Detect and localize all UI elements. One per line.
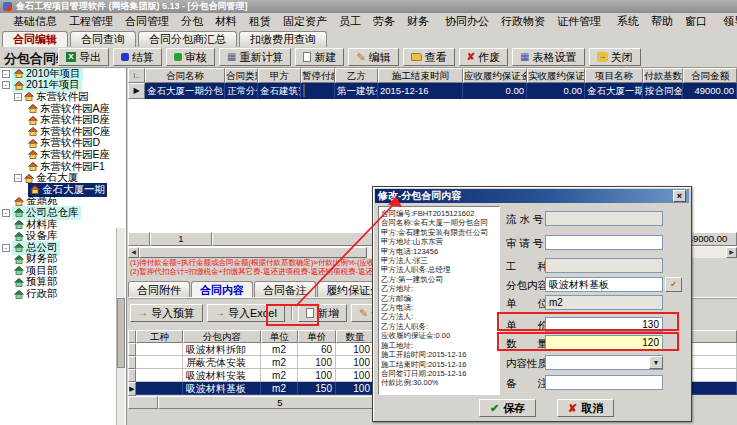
serial-field[interactable] — [545, 211, 663, 226]
column-header[interactable]: 合同名称 — [145, 68, 225, 83]
tree-item[interactable]: -公司总仓库 — [0, 207, 126, 219]
chevron-down-icon[interactable]: ▼ — [649, 356, 663, 369]
column-header[interactable]: 应收履约保证金 — [463, 68, 527, 83]
recalculate-button[interactable]: ▦重新计算 — [219, 48, 291, 66]
nature-select[interactable] — [545, 355, 663, 370]
column-header[interactable]: 单位 — [261, 330, 298, 343]
expander-icon[interactable]: - — [2, 244, 10, 252]
menu-item[interactable]: 系统 — [611, 14, 645, 29]
expander-icon[interactable]: - — [14, 174, 22, 182]
column-header[interactable]: 付款基数 — [643, 68, 683, 83]
column-header[interactable]: i.. — [128, 68, 145, 83]
menu-item[interactable]: 分包 — [175, 14, 209, 29]
cancel-button[interactable]: ✘ 取消 — [557, 399, 614, 417]
scrollbar-thumb[interactable] — [117, 298, 125, 368]
column-header[interactable]: 工种 — [136, 330, 183, 343]
tab-contract-remark[interactable]: 合同备注 — [254, 281, 316, 298]
tab-contract-content[interactable]: 合同内容 — [191, 281, 253, 298]
save-button[interactable]: ✔ 保存 — [479, 399, 536, 417]
remark-label: 备 注 — [506, 376, 544, 390]
import-budget-button[interactable]: →导入预算 — [130, 304, 203, 322]
table-row[interactable]: ▶ 金石大厦一期分包合同 正常分包 金石建筑安装有限 第一建筑公司 2015-1… — [128, 83, 737, 99]
tab-contract-edit[interactable]: 合同编辑 — [2, 31, 68, 47]
menu-item[interactable]: 材料 — [209, 14, 243, 29]
tree-scrollbar[interactable] — [116, 228, 125, 425]
expander-icon[interactable]: - — [2, 209, 10, 217]
void-button[interactable]: ✘作废 — [459, 48, 508, 66]
house-icon — [14, 232, 24, 241]
tree-item[interactable]: 项目部 — [0, 265, 126, 277]
title-bar[interactable]: 金石工程项目管理软件 (网络集团版) 5.13 - [分包合同管理] — [0, 0, 737, 13]
menu-item[interactable]: 租赁 — [243, 14, 277, 29]
menu-item[interactable]: 行政物资 — [495, 14, 551, 29]
expander-icon[interactable]: - — [14, 93, 22, 101]
menu-item[interactable]: 工程管理 — [63, 14, 119, 29]
tab-contract-attachment[interactable]: 合同附件 — [128, 281, 190, 298]
menu-item[interactable]: 窗口 — [679, 14, 713, 29]
column-header[interactable]: 单价 — [298, 330, 336, 343]
import-icon: → — [215, 308, 225, 318]
tree-item[interactable]: 财务部 — [0, 254, 126, 266]
scroll-right-icon[interactable]: ▶ — [726, 247, 737, 258]
tree-item-selected[interactable]: 金石大厦一期 — [0, 184, 126, 196]
add-button[interactable]: 新增 — [298, 304, 347, 322]
audit-no-field[interactable] — [545, 235, 663, 250]
column-header[interactable]: 实收履约保证金 — [527, 68, 585, 83]
expander-icon[interactable]: - — [2, 70, 10, 78]
checkbox-unchecked[interactable] — [303, 84, 305, 97]
column-header[interactable]: 施工结束时间 — [378, 68, 463, 83]
import-icon: → — [138, 308, 148, 318]
new-button[interactable]: 新建 — [295, 48, 344, 66]
close-button[interactable]: →关闭 — [589, 48, 641, 66]
scrollbar-thumb[interactable] — [139, 247, 367, 258]
house-icon — [28, 139, 38, 148]
house-icon — [14, 197, 24, 206]
column-header[interactable]: 数量 — [336, 330, 374, 343]
edit-button[interactable]: ✎编辑 — [348, 48, 398, 66]
close-icon[interactable]: × — [673, 190, 686, 202]
column-header[interactable]: 甲方 — [258, 68, 301, 83]
scroll-left-icon[interactable]: ◀ — [128, 247, 139, 258]
import-excel-button[interactable]: →导入Excel — [207, 304, 285, 322]
table-settings-button[interactable]: ▦表格设置 — [512, 48, 584, 66]
column-header[interactable]: 合同类别 — [225, 68, 258, 83]
menu-item[interactable]: 固定资产 — [277, 14, 333, 29]
menu-item[interactable]: 劳务 — [367, 14, 401, 29]
menu-item[interactable]: 财务 — [401, 14, 435, 29]
unit-field[interactable] — [545, 295, 663, 310]
expander-icon[interactable]: - — [2, 81, 10, 89]
detail-summary-row: 5 — [128, 396, 402, 409]
content-field[interactable] — [545, 277, 663, 292]
view-button[interactable]: 查看 — [403, 48, 455, 66]
column-header[interactable]: 暂停付款 — [301, 68, 335, 83]
column-header[interactable]: 乙方 — [335, 68, 378, 83]
pause-payment-cell[interactable] — [301, 83, 335, 98]
tab-contract-query[interactable]: 合同查询 — [70, 31, 136, 47]
menu-item[interactable]: 证件管理 — [551, 14, 607, 29]
remark-field[interactable] — [545, 375, 663, 390]
audit-button[interactable]: 审核 — [166, 48, 215, 66]
column-header[interactable]: 合同金额 — [683, 68, 737, 83]
settle-button[interactable]: 结算 — [113, 48, 162, 66]
dialog-title-bar[interactable]: 修改-分包合同内容 × — [375, 189, 689, 203]
house-icon — [28, 104, 38, 113]
export-button[interactable]: X导出 — [58, 48, 109, 66]
menu-item[interactable]: 帮助 — [645, 14, 679, 29]
tree-item[interactable]: 材料库 — [0, 219, 126, 231]
menu-item[interactable]: 员工 — [333, 14, 367, 29]
price-field[interactable] — [545, 317, 663, 332]
tab-deduction-query[interactable]: 扣缴费用查询 — [239, 31, 327, 47]
qty-field[interactable] — [545, 335, 663, 350]
picker-icon[interactable]: ✔ — [665, 277, 682, 292]
tree-item[interactable]: -总公司 — [0, 242, 126, 254]
column-header[interactable]: 项目名称 — [585, 68, 643, 83]
menu-item[interactable]: 协同办公 — [439, 14, 495, 29]
tab-subcontractor-summary[interactable]: 合同分包商汇总 — [138, 31, 237, 47]
column-header[interactable]: 分包内容 — [183, 330, 261, 343]
worktype-field[interactable] — [545, 258, 663, 273]
tree-item[interactable]: 预算部 — [0, 277, 126, 289]
menu-item[interactable]: 合同管理 — [119, 14, 175, 29]
menu-item[interactable]: 基础信息 — [7, 14, 63, 29]
tree-item[interactable]: 行政部 — [0, 288, 126, 300]
menu-item[interactable]: 领导查询 — [717, 14, 737, 29]
